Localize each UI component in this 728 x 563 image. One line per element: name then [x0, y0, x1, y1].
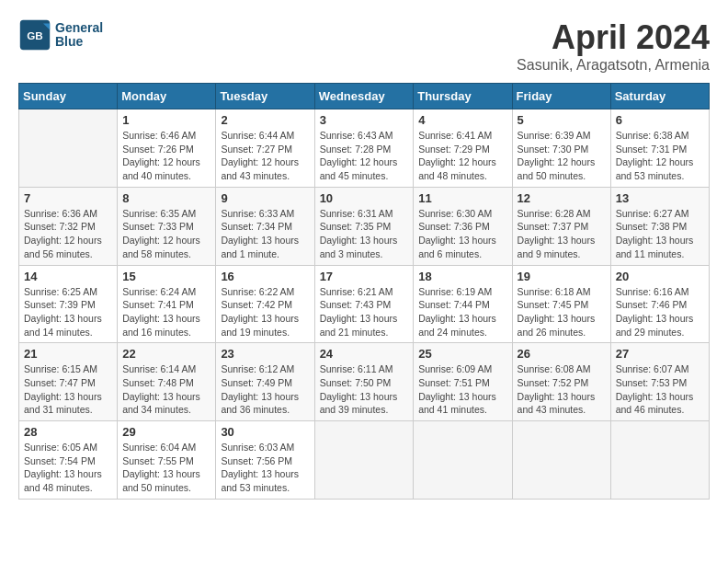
day-info: Sunrise: 6:30 AM Sunset: 7:36 PM Dayligh… [418, 207, 506, 261]
calendar-cell [19, 109, 118, 188]
day-number: 8 [122, 191, 210, 205]
weekday-header: Sunday [19, 84, 118, 109]
calendar-cell: 18Sunrise: 6:19 AM Sunset: 7:44 PM Dayli… [414, 265, 512, 343]
day-info: Sunrise: 6:11 AM Sunset: 7:50 PM Dayligh… [320, 362, 409, 417]
calendar-cell: 9Sunrise: 6:33 AM Sunset: 7:34 PM Daylig… [216, 187, 314, 265]
calendar-cell [610, 421, 709, 500]
day-info: Sunrise: 6:24 AM Sunset: 7:41 PM Dayligh… [122, 285, 210, 339]
weekday-header: Wednesday [314, 84, 414, 109]
logo-line2: Blue [55, 35, 103, 49]
svg-text:GB: GB [27, 29, 43, 41]
calendar-cell: 2Sunrise: 6:44 AM Sunset: 7:27 PM Daylig… [216, 109, 314, 188]
calendar-cell: 29Sunrise: 6:04 AM Sunset: 7:55 PM Dayli… [118, 421, 216, 500]
day-info: Sunrise: 6:16 AM Sunset: 7:46 PM Dayligh… [616, 285, 704, 339]
calendar-week-row: 21Sunrise: 6:15 AM Sunset: 7:47 PM Dayli… [19, 343, 710, 421]
calendar-cell: 19Sunrise: 6:18 AM Sunset: 7:45 PM Dayli… [512, 265, 610, 343]
logo-text: General Blue [55, 21, 103, 50]
weekday-header: Thursday [414, 84, 512, 109]
calendar-week-row: 28Sunrise: 6:05 AM Sunset: 7:54 PM Dayli… [19, 421, 710, 500]
day-number: 21 [24, 347, 112, 361]
calendar-week-row: 14Sunrise: 6:25 AM Sunset: 7:39 PM Dayli… [19, 265, 710, 343]
day-number: 19 [518, 270, 606, 283]
day-number: 3 [320, 113, 409, 127]
calendar-cell: 15Sunrise: 6:24 AM Sunset: 7:41 PM Dayli… [118, 265, 216, 343]
day-info: Sunrise: 6:05 AM Sunset: 7:54 PM Dayligh… [24, 441, 112, 495]
title-block: April 2024 Sasunik, Aragatsotn, Armenia [517, 18, 710, 74]
calendar-cell [314, 421, 414, 500]
day-number: 12 [518, 191, 606, 205]
calendar-cell: 4Sunrise: 6:41 AM Sunset: 7:29 PM Daylig… [414, 109, 512, 188]
day-info: Sunrise: 6:39 AM Sunset: 7:30 PM Dayligh… [518, 129, 606, 183]
location-title: Sasunik, Aragatsotn, Armenia [517, 57, 710, 74]
day-number: 6 [616, 113, 704, 127]
day-info: Sunrise: 6:44 AM Sunset: 7:27 PM Dayligh… [221, 129, 309, 183]
day-info: Sunrise: 6:43 AM Sunset: 7:28 PM Dayligh… [320, 129, 409, 183]
day-info: Sunrise: 6:22 AM Sunset: 7:42 PM Dayligh… [221, 285, 309, 339]
day-info: Sunrise: 6:21 AM Sunset: 7:43 PM Dayligh… [320, 285, 409, 339]
day-info: Sunrise: 6:27 AM Sunset: 7:38 PM Dayligh… [616, 207, 704, 261]
day-number: 28 [24, 425, 112, 439]
calendar-cell: 30Sunrise: 6:03 AM Sunset: 7:56 PM Dayli… [216, 421, 314, 500]
calendar-table: SundayMondayTuesdayWednesdayThursdayFrid… [18, 83, 710, 500]
day-number: 11 [418, 191, 506, 205]
day-number: 15 [122, 270, 210, 283]
day-info: Sunrise: 6:12 AM Sunset: 7:49 PM Dayligh… [221, 362, 309, 417]
calendar-cell: 12Sunrise: 6:28 AM Sunset: 7:37 PM Dayli… [512, 187, 610, 265]
logo-line1: General [55, 21, 103, 35]
weekday-header: Saturday [610, 84, 709, 109]
calendar-week-row: 7Sunrise: 6:36 AM Sunset: 7:32 PM Daylig… [19, 187, 710, 265]
day-number: 1 [122, 113, 210, 127]
day-info: Sunrise: 6:19 AM Sunset: 7:44 PM Dayligh… [418, 285, 506, 339]
calendar-cell: 14Sunrise: 6:25 AM Sunset: 7:39 PM Dayli… [19, 265, 118, 343]
logo: GB General Blue [18, 18, 103, 52]
day-number: 5 [518, 113, 606, 127]
day-info: Sunrise: 6:33 AM Sunset: 7:34 PM Dayligh… [221, 207, 309, 261]
calendar-cell [512, 421, 610, 500]
day-info: Sunrise: 6:03 AM Sunset: 7:56 PM Dayligh… [221, 441, 309, 495]
calendar-cell: 23Sunrise: 6:12 AM Sunset: 7:49 PM Dayli… [216, 343, 314, 421]
day-info: Sunrise: 6:18 AM Sunset: 7:45 PM Dayligh… [518, 285, 606, 339]
day-number: 14 [24, 270, 112, 283]
day-info: Sunrise: 6:36 AM Sunset: 7:32 PM Dayligh… [24, 207, 112, 261]
day-number: 24 [320, 347, 409, 361]
day-number: 13 [616, 191, 704, 205]
day-number: 29 [122, 425, 210, 439]
day-number: 23 [221, 347, 309, 361]
day-info: Sunrise: 6:41 AM Sunset: 7:29 PM Dayligh… [418, 129, 506, 183]
calendar-cell: 13Sunrise: 6:27 AM Sunset: 7:38 PM Dayli… [610, 187, 709, 265]
day-number: 7 [24, 191, 112, 205]
calendar-cell: 21Sunrise: 6:15 AM Sunset: 7:47 PM Dayli… [19, 343, 118, 421]
weekday-header: Friday [512, 84, 610, 109]
day-info: Sunrise: 6:35 AM Sunset: 7:33 PM Dayligh… [122, 207, 210, 261]
day-info: Sunrise: 6:31 AM Sunset: 7:35 PM Dayligh… [320, 207, 409, 261]
calendar-cell: 25Sunrise: 6:09 AM Sunset: 7:51 PM Dayli… [414, 343, 512, 421]
logo-icon: GB [18, 18, 51, 52]
calendar-cell: 5Sunrise: 6:39 AM Sunset: 7:30 PM Daylig… [512, 109, 610, 188]
weekday-header: Tuesday [216, 84, 314, 109]
day-number: 16 [221, 270, 309, 283]
day-number: 10 [320, 191, 409, 205]
day-info: Sunrise: 6:14 AM Sunset: 7:48 PM Dayligh… [122, 362, 210, 417]
day-number: 22 [122, 347, 210, 361]
day-info: Sunrise: 6:28 AM Sunset: 7:37 PM Dayligh… [518, 207, 606, 261]
day-info: Sunrise: 6:46 AM Sunset: 7:26 PM Dayligh… [122, 129, 210, 183]
calendar-cell [414, 421, 512, 500]
calendar-cell: 3Sunrise: 6:43 AM Sunset: 7:28 PM Daylig… [314, 109, 414, 188]
day-number: 30 [221, 425, 309, 439]
day-number: 20 [616, 270, 704, 283]
calendar-cell: 27Sunrise: 6:07 AM Sunset: 7:53 PM Dayli… [610, 343, 709, 421]
calendar-week-row: 1Sunrise: 6:46 AM Sunset: 7:26 PM Daylig… [19, 109, 710, 188]
day-info: Sunrise: 6:04 AM Sunset: 7:55 PM Dayligh… [122, 441, 210, 495]
calendar-cell: 6Sunrise: 6:38 AM Sunset: 7:31 PM Daylig… [610, 109, 709, 188]
calendar-cell: 11Sunrise: 6:30 AM Sunset: 7:36 PM Dayli… [414, 187, 512, 265]
day-number: 17 [320, 270, 409, 283]
day-number: 2 [221, 113, 309, 127]
day-info: Sunrise: 6:09 AM Sunset: 7:51 PM Dayligh… [418, 362, 506, 417]
calendar-cell: 10Sunrise: 6:31 AM Sunset: 7:35 PM Dayli… [314, 187, 414, 265]
calendar-cell: 24Sunrise: 6:11 AM Sunset: 7:50 PM Dayli… [314, 343, 414, 421]
calendar-cell: 1Sunrise: 6:46 AM Sunset: 7:26 PM Daylig… [118, 109, 216, 188]
calendar-cell: 28Sunrise: 6:05 AM Sunset: 7:54 PM Dayli… [19, 421, 118, 500]
day-info: Sunrise: 6:15 AM Sunset: 7:47 PM Dayligh… [24, 362, 112, 417]
weekday-header: Monday [118, 84, 216, 109]
day-number: 26 [518, 347, 606, 361]
